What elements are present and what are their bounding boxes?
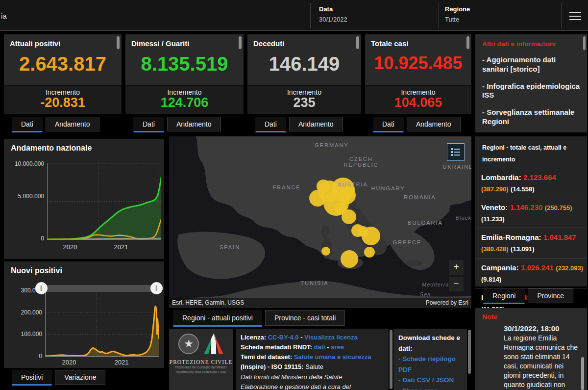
- x-tick: 2021: [115, 359, 129, 366]
- scrollbar[interactable]: [583, 36, 586, 50]
- scrollbar[interactable]: [239, 36, 242, 49]
- italy-map[interactable]: GERMANYCZECH REPUBLICFRANCEAUSTRIAHUNGAR…: [169, 136, 471, 308]
- note-date: 30/1/2022, 18:00: [504, 324, 578, 334]
- tab-dati[interactable]: Dati: [373, 117, 404, 132]
- slider-handle-left[interactable]: ∥: [35, 282, 48, 294]
- note-text: La regione Emilia Romagna comunica che s…: [504, 334, 578, 389]
- credits-scrollbar[interactable]: [390, 330, 392, 389]
- tab-dati[interactable]: Dati: [255, 117, 286, 132]
- link-cc-by[interactable]: CC-BY-4.0: [268, 334, 299, 341]
- logo-subtitle-2: Dipartimento della Protezione Civile: [169, 370, 233, 375]
- region-total: 1.026.241: [521, 263, 554, 272]
- map-country-label: AUSTRIA: [338, 182, 368, 187]
- tab-province[interactable]: Province: [528, 288, 573, 303]
- tab-dati[interactable]: Dati: [133, 117, 164, 132]
- region-bubble[interactable]: [342, 209, 356, 224]
- tab-andamento[interactable]: Andamento: [407, 117, 461, 131]
- region-name: Lombardia:: [481, 173, 521, 182]
- logo-name: PROTEZIONE CIVILE: [169, 359, 233, 365]
- region-bubble[interactable]: [364, 247, 375, 258]
- card-increment-section: Incremento 104.065: [365, 85, 471, 114]
- region-total: 1.146.230: [510, 203, 543, 211]
- region-attuali: (387.290): [481, 185, 509, 193]
- card-tabs: Dati Andamento: [12, 117, 99, 132]
- logo-subtitle-1: Presidenza del Consiglio dei Ministri: [169, 365, 233, 370]
- nuovi-positivi-tabs: Positivi Variazione: [12, 370, 105, 386]
- scrollbar[interactable]: [466, 36, 469, 49]
- region-bubble[interactable]: [358, 226, 368, 237]
- region-attuali: (380.428): [481, 245, 509, 253]
- link-visualizza-licenza[interactable]: Visualizza licenza: [304, 334, 358, 341]
- note-body: 30/1/2022, 18:00 La regione Emilia Romag…: [504, 324, 578, 390]
- regions-tabs: Regioni Province: [483, 288, 573, 304]
- topbar-divider: [310, 3, 311, 28]
- tab-regioni-attuali-positivi[interactable]: Regioni - attuali positivi: [173, 310, 262, 327]
- zoom-in-button[interactable]: +: [449, 260, 464, 275]
- y-tick: 200.000: [8, 309, 42, 316]
- x-tick: 2020: [63, 243, 77, 251]
- region-bubble[interactable]: [317, 180, 330, 193]
- region-bubble[interactable]: [338, 186, 356, 204]
- link-salute-umana[interactable]: Salute umana e sicurezza: [294, 353, 371, 361]
- date-selector[interactable]: Data 30/1/2022: [319, 5, 347, 23]
- link-aggiornamento-dati[interactable]: - Aggiornamento dati sanitari [storico]: [482, 55, 580, 74]
- zoom-out-button[interactable]: −: [449, 277, 464, 291]
- region-bubble[interactable]: [341, 250, 358, 268]
- scrollbar[interactable]: [117, 36, 120, 49]
- card-attuali-positivi: Attuali positivi 2.643.817 Incremento -2…: [4, 34, 122, 114]
- tab-andamento[interactable]: Andamento: [167, 117, 221, 131]
- increment-value: 124.706: [125, 96, 244, 109]
- metadati-label: Scheda metadati RNDT:: [241, 343, 312, 351]
- attribution-sources: Esri, HERE, Garmin, USGS: [169, 298, 244, 308]
- region-selector[interactable]: Regione Tutte: [445, 5, 470, 23]
- x-tick: 2021: [114, 243, 128, 251]
- card-tabs: Dati Andamento: [133, 117, 221, 132]
- scrollbar[interactable]: [356, 36, 359, 49]
- link-dati[interactable]: dati: [314, 343, 325, 351]
- tab-andamento[interactable]: Andamento: [46, 117, 99, 131]
- card-totale-casi: Totale casi 10.925.485 Incremento 104.06…: [365, 34, 471, 114]
- tab-variazione[interactable]: Variazione: [55, 370, 105, 385]
- top-bar: ia Data 30/1/2022 Regione Tutte: [0, 0, 588, 31]
- regions-panel: Regioni - totale casi, attuali e increme…: [475, 136, 587, 286]
- temi-value: Salute: [305, 363, 323, 370]
- time-range-slider[interactable]: ∥ ∥: [39, 285, 159, 292]
- tab-andamento[interactable]: Andamento: [289, 117, 343, 131]
- separator: -: [300, 334, 302, 341]
- link-shape-aree[interactable]: - Shape aree: [398, 386, 462, 390]
- link-schede-pdf[interactable]: - Schede riepilogo PDF: [398, 354, 462, 375]
- tab-province-casi-totali[interactable]: Province - casi totali: [265, 310, 345, 326]
- region-bubble[interactable]: [321, 247, 330, 256]
- link-sorveglianza-regioni[interactable]: - Sorveglianza settimanale Regioni: [482, 108, 580, 127]
- y-tick: 100.000: [8, 331, 42, 338]
- slider-handle-right[interactable]: ∥: [150, 282, 163, 294]
- card-increment-section: Incremento 235: [247, 85, 361, 114]
- card-value: 10.925.485: [365, 53, 471, 74]
- increment-value: 235: [247, 96, 361, 109]
- tab-regioni[interactable]: Regioni: [483, 288, 525, 304]
- x-tick: 2020: [62, 359, 76, 366]
- map-country-label: GREECE: [393, 239, 421, 245]
- link-aree[interactable]: aree: [331, 343, 344, 351]
- menu-icon[interactable]: [569, 10, 581, 20]
- temi-rest: (Inspire) - ISO 19115:: [241, 363, 304, 370]
- map-sea-label: Black: [456, 215, 471, 221]
- nuovi-positivi-chart: [45, 290, 159, 357]
- region-total: 1.041.847: [543, 233, 576, 241]
- map-sea-label: Sea: [420, 291, 431, 297]
- link-dati-csv-json[interactable]: - Dati CSV / JSON: [398, 375, 462, 386]
- increment-value: -20.831: [4, 96, 122, 109]
- powered-by-esri: Powered by Esri: [426, 298, 471, 308]
- y-tick: 5.000.000: [10, 193, 44, 200]
- note-scrollbar[interactable]: [581, 357, 584, 390]
- increment-value: 104.065: [365, 96, 471, 109]
- region-row: Emilia-Romagna: 1.041.847 (380.428) (13.…: [475, 228, 587, 258]
- covid-dashboard: ia Data 30/1/2022 Regione Tutte Attuali …: [0, 0, 588, 390]
- link-infografica-iss[interactable]: - Infografica epidemiologica ISS: [482, 82, 580, 101]
- tab-positivi[interactable]: Positivi: [12, 370, 52, 386]
- chart-title: Andamento nazionale: [11, 144, 92, 153]
- tab-dati[interactable]: Dati: [12, 117, 43, 132]
- download-scrollbar[interactable]: [468, 330, 471, 374]
- legend-button[interactable]: [447, 143, 465, 161]
- map-country-label: CZECH REPUBLIC: [343, 156, 378, 168]
